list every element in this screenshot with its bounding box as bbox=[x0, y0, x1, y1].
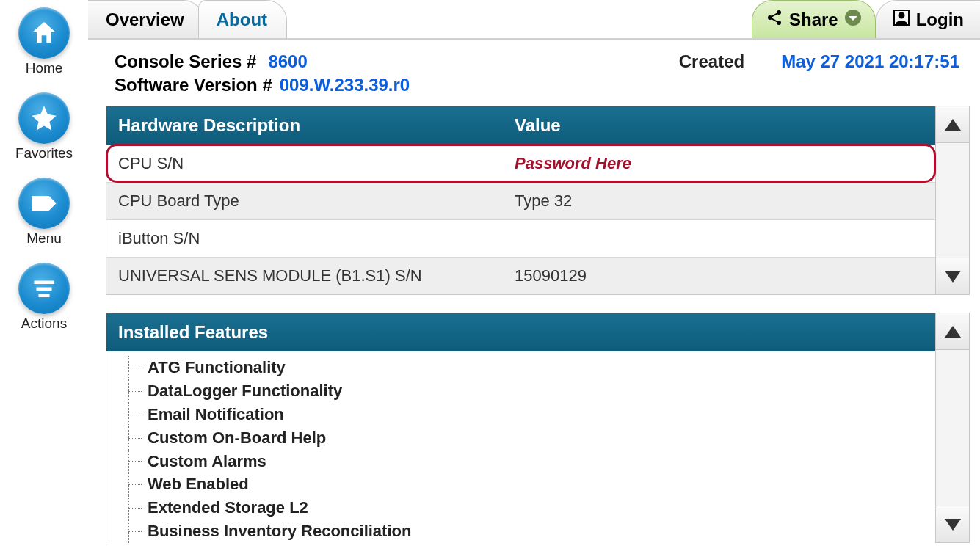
triangle-down-icon bbox=[945, 519, 961, 531]
home-icon bbox=[18, 7, 70, 59]
tab-bar: Overview About Share Login bbox=[88, 0, 980, 40]
cell-value: 15090129 bbox=[503, 258, 935, 294]
cell-desc: CPU S/N bbox=[106, 145, 503, 182]
list-icon bbox=[18, 263, 70, 314]
svg-rect-0 bbox=[35, 281, 54, 285]
login-button[interactable]: Login bbox=[876, 0, 980, 38]
svg-point-4 bbox=[777, 10, 781, 15]
list-item: Custom Alarms bbox=[128, 450, 925, 473]
share-button[interactable]: Share bbox=[752, 0, 876, 38]
cell-value: Type 32 bbox=[503, 183, 935, 219]
triangle-up-icon bbox=[945, 119, 961, 131]
svg-point-8 bbox=[899, 12, 904, 18]
table-row[interactable]: UNIVERSAL SENS MODULE (B1.S1) S/N 150901… bbox=[106, 257, 935, 294]
col-header-value: Value bbox=[503, 106, 935, 145]
software-version-value: 009.W.233.39.r0 bbox=[280, 75, 410, 95]
console-series-label: Console Series # bbox=[115, 51, 256, 72]
scroll-down-button[interactable] bbox=[936, 506, 969, 542]
scroll-up-button[interactable] bbox=[936, 313, 969, 350]
tag-icon bbox=[18, 178, 70, 229]
sidebar-item-menu[interactable]: Menu bbox=[18, 178, 70, 247]
cell-value bbox=[503, 220, 935, 257]
triangle-up-icon bbox=[945, 326, 961, 338]
share-icon bbox=[766, 9, 783, 31]
sidebar-item-favorites[interactable]: Favorites bbox=[15, 92, 73, 161]
table-row[interactable]: CPU Board Type Type 32 bbox=[106, 182, 935, 219]
col-header-description: Hardware Description bbox=[106, 106, 503, 145]
scroll-track[interactable] bbox=[936, 143, 969, 258]
table-row[interactable]: iButton S/N bbox=[106, 219, 935, 257]
svg-rect-1 bbox=[37, 288, 52, 291]
list-item: ATG Functionality bbox=[128, 356, 925, 379]
features-header: Installed Features bbox=[106, 313, 935, 351]
page-header: Console Series # 8600 Software Version #… bbox=[88, 40, 980, 100]
sidebar-item-label: Menu bbox=[26, 230, 62, 247]
features-list: ATG Functionality DataLogger Functionali… bbox=[106, 351, 935, 543]
hardware-table-header: Hardware Description Value bbox=[106, 106, 935, 145]
scroll-down-button[interactable] bbox=[936, 258, 969, 294]
created-label: Created bbox=[679, 51, 744, 72]
triangle-down-icon bbox=[945, 271, 961, 283]
svg-point-3 bbox=[768, 15, 772, 20]
person-icon bbox=[893, 9, 910, 31]
cell-desc: iButton S/N bbox=[106, 220, 503, 257]
list-item: Extended Storage L2 bbox=[128, 496, 925, 520]
features-panel: Installed Features ATG Functionality Dat… bbox=[106, 313, 970, 543]
svg-point-5 bbox=[777, 21, 781, 25]
login-label: Login bbox=[916, 10, 964, 30]
list-item: Custom On-Board Help bbox=[128, 426, 925, 450]
tab-overview[interactable]: Overview bbox=[88, 0, 204, 38]
features-box: Installed Features ATG Functionality Dat… bbox=[106, 313, 936, 543]
features-scrollbar bbox=[936, 313, 970, 543]
chevron-down-icon bbox=[844, 9, 862, 31]
sidebar-item-label: Home bbox=[26, 60, 63, 76]
hardware-scrollbar bbox=[936, 106, 970, 295]
share-label: Share bbox=[789, 10, 838, 30]
scroll-track[interactable] bbox=[936, 350, 969, 506]
sidebar-item-actions[interactable]: Actions bbox=[18, 263, 70, 332]
hardware-table: Hardware Description Value CPU S/N Passw… bbox=[106, 106, 936, 295]
list-item: Email Notification bbox=[128, 403, 925, 426]
list-item: DataLogger Functionality bbox=[128, 379, 925, 403]
star-icon bbox=[18, 92, 70, 144]
tab-label: Overview bbox=[106, 10, 184, 30]
features-header-label: Installed Features bbox=[106, 313, 935, 351]
sidebar-item-home[interactable]: Home bbox=[18, 7, 70, 76]
tab-label: About bbox=[217, 10, 267, 30]
list-item: Business Inventory Reconciliation bbox=[128, 520, 925, 543]
hardware-panel: Hardware Description Value CPU S/N Passw… bbox=[106, 106, 970, 295]
cell-desc: CPU Board Type bbox=[106, 183, 503, 219]
sidebar-item-label: Actions bbox=[21, 316, 67, 332]
list-item: Web Enabled bbox=[128, 473, 925, 496]
scroll-up-button[interactable] bbox=[936, 106, 969, 143]
software-version-label: Software Version # bbox=[115, 75, 272, 95]
table-row[interactable]: CPU S/N Password Here bbox=[106, 145, 935, 182]
created-value: May 27 2021 20:17:51 bbox=[781, 51, 959, 72]
cell-desc: UNIVERSAL SENS MODULE (B1.S1) S/N bbox=[106, 258, 503, 294]
svg-rect-2 bbox=[39, 294, 50, 298]
sidebar: Home Favorites Menu Actions bbox=[0, 0, 88, 554]
sidebar-item-label: Favorites bbox=[15, 145, 73, 161]
cell-value: Password Here bbox=[503, 145, 935, 182]
tab-about[interactable]: About bbox=[198, 0, 287, 38]
console-series-value: 8600 bbox=[268, 51, 307, 72]
